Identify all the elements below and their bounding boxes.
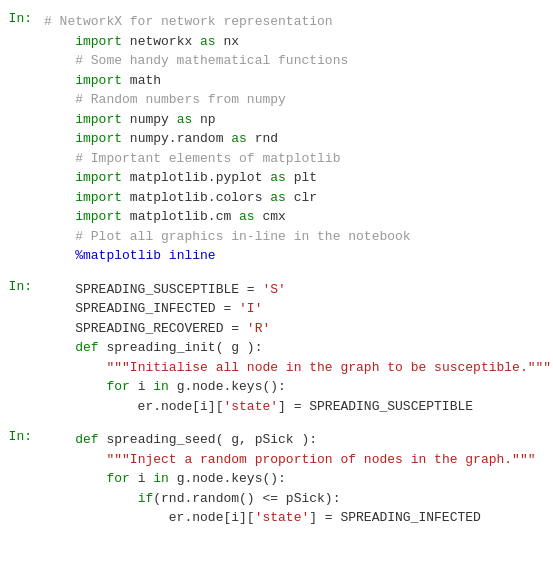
code-token: %matplotlib inline xyxy=(75,248,215,263)
code-line: def spreading_init( g ): xyxy=(44,338,551,358)
code-line: import matplotlib.colors as clr xyxy=(44,188,549,208)
code-token: 'R' xyxy=(247,321,270,336)
code-token: 'I' xyxy=(239,301,262,316)
code-token xyxy=(44,112,75,127)
code-token: # Some handy mathematical functions xyxy=(44,53,348,68)
code-token xyxy=(44,34,75,49)
cell-wrapper-2: In: def spreading_seed( g, pSick ): """I… xyxy=(0,428,553,530)
code-token: matplotlib.colors xyxy=(122,190,270,205)
code-line: import math xyxy=(44,71,549,91)
code-token: import xyxy=(75,73,122,88)
code-token: as xyxy=(270,190,286,205)
code-token xyxy=(44,248,75,263)
code-token: cmx xyxy=(255,209,286,224)
code-token: def xyxy=(75,432,98,447)
code-token: in xyxy=(153,471,169,486)
in-label-2: In: xyxy=(0,428,40,530)
code-token: def xyxy=(75,340,98,355)
code-line: %matplotlib inline xyxy=(44,246,549,266)
code-token: np xyxy=(192,112,215,127)
code-token xyxy=(44,360,106,375)
code-token xyxy=(44,73,75,88)
code-token: import xyxy=(75,170,122,185)
code-line: import numpy as np xyxy=(44,110,549,130)
code-token xyxy=(44,432,75,447)
cell-separator xyxy=(0,270,553,278)
code-token: import xyxy=(75,131,122,146)
code-token xyxy=(44,340,75,355)
code-line: def spreading_seed( g, pSick ): xyxy=(44,430,549,450)
code-token: 'S' xyxy=(262,282,285,297)
code-line: import numpy.random as rnd xyxy=(44,129,549,149)
code-line: SPREADING_SUSCEPTIBLE = 'S' xyxy=(44,280,551,300)
in-label-0: In: xyxy=(0,10,40,268)
code-token: rnd xyxy=(247,131,278,146)
code-token: import xyxy=(75,34,122,49)
code-token: 'state' xyxy=(223,399,278,414)
code-token: """Initialise all node in the graph to b… xyxy=(106,360,551,375)
code-token xyxy=(44,209,75,224)
code-token: SPREADING_INFECTED = xyxy=(44,301,239,316)
code-token: numpy.random xyxy=(122,131,231,146)
code-token: i xyxy=(130,471,153,486)
code-token xyxy=(44,491,138,506)
code-token xyxy=(44,190,75,205)
code-token: er.node[i][ xyxy=(44,399,223,414)
code-token: clr xyxy=(286,190,317,205)
code-token: """Inject a random proportion of nodes i… xyxy=(106,452,535,467)
code-line: SPREADING_INFECTED = 'I' xyxy=(44,299,551,319)
code-token: plt xyxy=(286,170,317,185)
cell-separator xyxy=(0,420,553,428)
code-token: as xyxy=(239,209,255,224)
code-token: math xyxy=(122,73,161,88)
code-token: SPREADING_SUSCEPTIBLE = xyxy=(44,282,262,297)
in-label-1: In: xyxy=(0,278,40,419)
code-token xyxy=(44,471,106,486)
code-token: networkx xyxy=(122,34,200,49)
code-token: for xyxy=(106,379,129,394)
code-line: """Initialise all node in the graph to b… xyxy=(44,358,551,378)
code-line: if(rnd.random() <= pSick): xyxy=(44,489,549,509)
code-token: 'state' xyxy=(255,510,310,525)
code-line: # Important elements of matplotlib xyxy=(44,149,549,169)
code-token: # Random numbers from numpy xyxy=(44,92,286,107)
code-token: er.node[i][ xyxy=(44,510,255,525)
code-token: SPREADING_RECOVERED = xyxy=(44,321,247,336)
cell-content-2[interactable]: def spreading_seed( g, pSick ): """Injec… xyxy=(40,428,553,530)
code-line: for i in g.node.keys(): xyxy=(44,469,549,489)
code-token: for xyxy=(106,471,129,486)
code-line: # NetworkX for network representation xyxy=(44,12,549,32)
code-token xyxy=(44,170,75,185)
code-token: import xyxy=(75,209,122,224)
code-token: import xyxy=(75,190,122,205)
code-line: for i in g.node.keys(): xyxy=(44,377,551,397)
code-token: ] = SPREADING_SUSCEPTIBLE xyxy=(278,399,473,414)
cell-content-1[interactable]: SPREADING_SUSCEPTIBLE = 'S' SPREADING_IN… xyxy=(40,278,553,419)
code-line: import matplotlib.pyplot as plt xyxy=(44,168,549,188)
code-token: in xyxy=(153,379,169,394)
code-container: In:# NetworkX for network representation… xyxy=(0,0,553,542)
code-token: matplotlib.pyplot xyxy=(122,170,270,185)
code-token: # NetworkX for network representation xyxy=(44,14,333,29)
code-token: ] = SPREADING_INFECTED xyxy=(309,510,481,525)
code-token xyxy=(44,131,75,146)
cell-wrapper-1: In: SPREADING_SUSCEPTIBLE = 'S' SPREADIN… xyxy=(0,278,553,419)
code-token: g.node.keys(): xyxy=(169,379,286,394)
code-line: # Some handy mathematical functions xyxy=(44,51,549,71)
code-token: as xyxy=(231,131,247,146)
code-token: nx xyxy=(216,34,239,49)
code-token: if xyxy=(138,491,154,506)
code-token: numpy xyxy=(122,112,177,127)
cell-content-0[interactable]: # NetworkX for network representation im… xyxy=(40,10,553,268)
code-token xyxy=(44,379,106,394)
code-token: spreading_seed( g, pSick ): xyxy=(99,432,317,447)
code-token: g.node.keys(): xyxy=(169,471,286,486)
cell-wrapper-0: In:# NetworkX for network representation… xyxy=(0,10,553,268)
code-line: # Random numbers from numpy xyxy=(44,90,549,110)
code-token: spreading_init( g ): xyxy=(99,340,263,355)
code-token: as xyxy=(270,170,286,185)
code-line: SPREADING_RECOVERED = 'R' xyxy=(44,319,551,339)
code-token: as xyxy=(200,34,216,49)
code-line: """Inject a random proportion of nodes i… xyxy=(44,450,549,470)
code-line: import networkx as nx xyxy=(44,32,549,52)
